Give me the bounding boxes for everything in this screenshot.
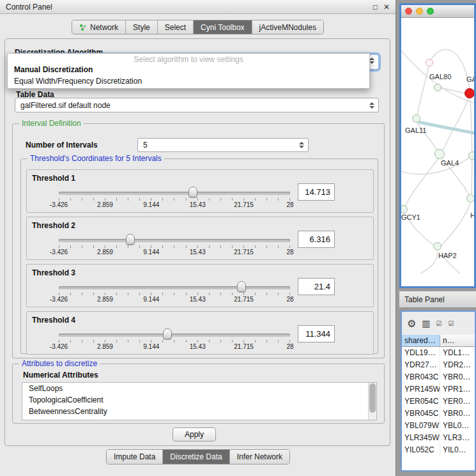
tab-style[interactable]: Style [126,20,158,34]
table-cell[interactable]: YBR0… [440,371,475,383]
list-item[interactable]: BetweennessCentrality [22,406,376,417]
table-cell[interactable]: YBR043C [402,371,440,383]
tab-network[interactable]: Network [72,20,126,34]
node-label: H [470,211,474,219]
slider-thumb[interactable] [126,234,135,245]
thresholds-group-title: Threshold's Coordinates for 5 Intervals [27,154,164,163]
slider-track[interactable] [59,286,290,289]
network-node[interactable] [468,151,474,160]
slider-ticks [59,293,290,295]
network-node[interactable] [466,194,474,203]
select-none-icon[interactable]: ☑ [449,320,455,327]
close-icon[interactable]: ✕ [383,3,390,11]
table-row[interactable]: YBR043CYBR0… [402,371,475,383]
float-window-icon[interactable]: □ [373,3,378,11]
list-item[interactable]: SelfLoops [22,383,376,394]
zoom-traffic-light-icon[interactable] [427,8,434,15]
table-data-combobox[interactable]: galFiltered.sif default node [15,98,379,112]
threshold-value-input[interactable] [298,183,335,201]
table-cell[interactable]: YPR145W [402,383,440,395]
table-row[interactable]: YIL052CYIL0… [402,444,475,456]
tab-jactivemnodules[interactable]: jActiveMNodules [252,20,323,34]
dropdown-option-equal-width-frequency[interactable]: Equal Width/Frequency Discretization [8,76,369,88]
table-cell[interactable]: YDR2… [440,359,475,371]
table-row[interactable]: YLR345WYLR3… [402,432,475,444]
dropdown-option-manual-discretization[interactable]: Manual Discretization [8,65,369,76]
threshold-slider[interactable]: -3.426 2.859 9.144 15.43 21.715 28 [59,233,290,259]
apply-button[interactable]: Apply [173,427,216,441]
network-node[interactable] [434,84,441,91]
network-node[interactable] [434,149,445,159]
table-cell[interactable]: YPR1… [440,383,475,395]
node-label: GAL80 [429,73,451,81]
slider-ticks [59,198,290,201]
network-node[interactable] [433,242,441,250]
table-cell[interactable]: YBR0… [440,408,475,420]
tab-label: jActiveMNodules [259,23,316,32]
column-header-shared-name[interactable]: shared… [402,335,440,347]
slider-thumb[interactable] [237,281,246,292]
threshold-value-input[interactable] [298,231,335,248]
tab-discretize-data[interactable]: Discretize Data [163,450,229,464]
table-cell[interactable]: YLR345W [402,432,440,444]
table-cell[interactable]: YER0… [440,395,475,408]
network-node-selected[interactable] [464,88,474,98]
slider-ticks [59,245,290,248]
table-row[interactable]: YPR145WYPR1… [402,383,475,395]
scrollbar-thumb[interactable] [369,383,376,413]
slider-track[interactable] [59,239,290,242]
table-cell[interactable]: YIL0… [440,444,475,456]
table-cell[interactable]: YDR27… [402,359,440,371]
table-cell[interactable]: YLR3… [440,432,475,444]
slider-thumb[interactable] [163,328,172,339]
table-cell[interactable]: YBL079W [402,420,440,432]
table-cell[interactable]: YDL1… [440,347,475,359]
table-cell[interactable]: YBL0… [440,420,475,432]
control-panel-titlebar: Control Panel □ ✕ [0,0,395,14]
gear-icon[interactable]: ⚙ [407,318,416,330]
tab-select[interactable]: Select [158,20,194,34]
tab-impute-data[interactable]: Impute Data [107,450,163,464]
tab-cyni-toolbox[interactable]: Cyni Toolbox [194,20,252,34]
tab-infer-network[interactable]: Infer Network [230,450,289,464]
column-header-name[interactable]: n… [440,335,475,347]
threshold-slider[interactable]: -3.426 2.859 9.144 15.43 21.715 28 [59,280,290,307]
slider-thumb[interactable] [188,187,197,197]
node-label: HAP2 [438,252,457,259]
close-traffic-light-icon[interactable] [405,8,412,15]
network-node[interactable] [426,59,433,66]
threshold-slider[interactable]: -3.426 2.859 9.144 15.43 21.715 28 [59,327,290,354]
num-intervals-combobox[interactable]: 5 [137,138,309,152]
slider-track[interactable] [59,334,290,337]
node-label: GAL11 [405,127,426,134]
table-row[interactable]: YBR045CYBR0… [402,408,475,420]
network-node[interactable] [412,114,420,123]
minimize-traffic-light-icon[interactable] [416,8,423,15]
slider-track[interactable] [59,192,290,195]
desktop: Control Panel □ ✕ Network Style Se [0,0,476,476]
table-row[interactable]: YBL079WYBL0… [402,420,475,432]
network-canvas[interactable]: GAL80 GAL11 GAL4 GCY1 HAP2 GA H [401,18,474,273]
titlebar-buttons: □ ✕ [373,3,390,11]
list-item[interactable]: TopologicalCoefficient [22,394,376,406]
tab-label: Cyni Toolbox [201,23,244,32]
threshold-label: Threshold 1 [32,174,75,183]
columns-icon[interactable]: ▥ [422,318,430,328]
table-cell[interactable]: YER054C [402,395,440,408]
scrollbar[interactable] [368,383,376,420]
table-row[interactable]: YER054CYER0… [402,395,475,408]
threshold-value-input[interactable] [298,278,335,295]
table-row[interactable]: YDL19…YDL1… [402,347,475,359]
threshold-value-input[interactable] [298,325,335,342]
table-row[interactable]: YDR27…YDR2… [402,359,475,371]
stepper-icon [367,102,376,109]
table-header-row: shared… n… [402,335,475,347]
threshold-slider[interactable]: -3.426 2.859 9.144 15.43 21.715 28 [59,185,290,212]
table-cell[interactable]: YBR045C [402,408,440,420]
table-cell[interactable]: YIL052C [402,444,440,456]
threshold-panel-1: Threshold 1 -3.426 2.859 9.144 15.43 21.… [26,169,374,213]
top-tabbar: Network Style Select Cyni Toolbox jActiv… [0,20,395,35]
select-all-icon[interactable]: ☑ [436,320,443,327]
thresholds-group: Threshold's Coordinates for 5 Intervals … [20,158,378,354]
table-cell[interactable]: YDL19… [402,347,440,359]
